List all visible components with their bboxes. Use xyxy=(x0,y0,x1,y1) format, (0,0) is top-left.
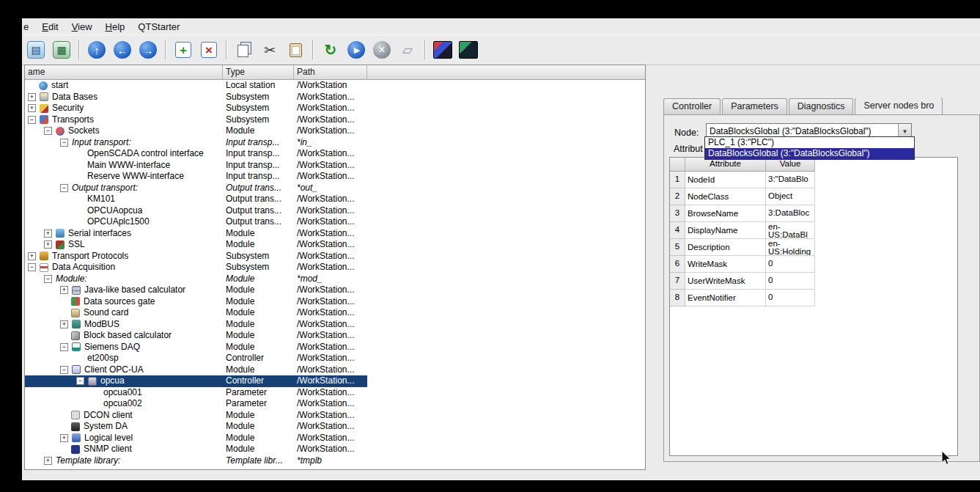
collapse-icon[interactable]: − xyxy=(60,343,68,351)
column-header-name[interactable]: ame xyxy=(25,65,223,80)
tree-row-serial-interfaces[interactable]: +Serial interfacesModule/WorkStation... xyxy=(25,228,645,240)
load-db-icon-button[interactable]: ▤ xyxy=(25,39,47,61)
qtstarter-screen-icon-button[interactable] xyxy=(457,39,479,61)
expand-icon[interactable]: + xyxy=(44,457,52,465)
tree-row-opcuaopcua[interactable]: OPCUAopcuaOutput trans.../WorkStation... xyxy=(25,205,645,217)
tree-row-security[interactable]: +SecuritySubsystem/WorkStation... xyxy=(25,103,645,114)
tree-row-km101[interactable]: KM101Output trans.../WorkStation... xyxy=(25,194,645,205)
tree-row-output-transport[interactable]: −Output transport:Output trans...*out_ xyxy=(25,183,645,194)
dropdown-item-datablocksglobal-3-datablocksglobal[interactable]: DataBlocksGlobal (3:"DataBlocksGlobal") xyxy=(705,148,914,159)
menu-item-view[interactable]: View xyxy=(65,20,99,34)
menu-item-e[interactable]: e xyxy=(22,20,35,34)
tree-row-et200sp[interactable]: et200spController/WorkStation... xyxy=(25,353,645,364)
tree-item-label: opcua xyxy=(100,375,125,387)
menu-item-edit[interactable]: Edit xyxy=(35,20,65,34)
up-icon-button[interactable]: ↑ xyxy=(86,39,108,61)
tree-row-opcua002[interactable]: opcua002Parameter/WorkStation... xyxy=(25,398,645,410)
tree-item-type: Subsystem xyxy=(223,92,294,103)
attr-table-row[interactable]: 2NodeClassObject xyxy=(670,188,957,205)
tree-item-type: Output trans... xyxy=(223,205,294,217)
expand-icon[interactable]: + xyxy=(60,434,68,442)
collapse-icon[interactable]: − xyxy=(60,366,68,374)
tree-item-type: Module xyxy=(223,307,294,319)
collapse-icon[interactable]: − xyxy=(28,263,36,271)
collapse-icon[interactable]: − xyxy=(28,116,36,124)
qtstarter-window-icon-button[interactable] xyxy=(432,39,454,61)
back-icon-button[interactable]: ← xyxy=(111,39,133,61)
refresh-icon-button[interactable]: ↻ xyxy=(320,39,342,61)
copy-icon-button[interactable] xyxy=(233,39,255,61)
app-window: eEditViewHelpQTStarter ▤▦↑←→+×✂↻▶×▱ ame … xyxy=(22,18,980,480)
tree-row-opcua[interactable]: −opcuaController/WorkStation... xyxy=(25,375,645,387)
tab-server-nodes-bro[interactable]: Server nodes bro xyxy=(855,98,943,114)
tree-row-transport-protocols[interactable]: +Transport ProtocolsSubsystem/WorkStatio… xyxy=(25,251,645,262)
tree-row-dcon-client[interactable]: DCON clientModule/WorkStation... xyxy=(25,410,645,422)
tree-row-template-library[interactable]: +Template library:Template libr...*tmplb xyxy=(25,455,645,467)
tree-row-logical-level[interactable]: +Logical levelModule/WorkStation... xyxy=(25,433,645,444)
menu-item-help[interactable]: Help xyxy=(99,20,132,34)
eraser-icon-button[interactable]: ▱ xyxy=(397,39,419,61)
attr-table-row[interactable]: 6WriteMask0 xyxy=(670,256,957,273)
tree-row-client-opc-ua[interactable]: −Client OPC-UAModule/WorkStation... xyxy=(25,364,645,376)
expand-icon[interactable]: + xyxy=(28,252,36,260)
tree-row-start[interactable]: startLocal station/WorkStation xyxy=(25,80,645,92)
tree-row-siemens-daq[interactable]: −Siemens DAQModule/WorkStation... xyxy=(25,342,645,353)
tree-row-java-like-based-calculator[interactable]: +Java-like based calculatorModule/WorkSt… xyxy=(25,284,645,296)
tab-diagnostics[interactable]: Diagnostics xyxy=(789,98,854,114)
column-header-type[interactable]: Type xyxy=(223,65,294,80)
expand-icon[interactable]: + xyxy=(28,104,36,112)
tree-row-main-www-interface[interactable]: Main WWW-interfaceInput transp.../WorkSt… xyxy=(25,160,645,172)
expand-icon[interactable]: + xyxy=(44,230,52,238)
attr-table-row[interactable]: 4DisplayNameen-US:DataBlo xyxy=(670,222,957,239)
tree-row-sound-card[interactable]: Sound cardModule/WorkStation... xyxy=(25,307,645,319)
tree-row-snmp-client[interactable]: SNMP clientModule/WorkStation... xyxy=(25,444,645,455)
expand-icon[interactable]: + xyxy=(28,93,36,101)
attr-table-row[interactable]: 3BrowseName3:DataBloc xyxy=(670,205,957,222)
tree-row-sockets[interactable]: −SocketsModule/WorkStation... xyxy=(25,125,645,137)
tab-parameters[interactable]: Parameters xyxy=(722,98,787,114)
tree-row-opcua001[interactable]: opcua001Parameter/WorkStation... xyxy=(25,387,645,399)
collapse-icon[interactable]: − xyxy=(76,377,84,385)
tree-row-reserve-www-interface[interactable]: Reserve WWW-interfaceInput transp.../Wor… xyxy=(25,171,645,183)
tree-row-data-acquisition[interactable]: −Data AcquisitionSubsystem/WorkStation..… xyxy=(25,262,645,273)
tree-row-transports[interactable]: −TransportsSubsystem/WorkStation... xyxy=(25,114,645,126)
expand-icon[interactable]: + xyxy=(44,241,52,249)
expand-icon[interactable]: + xyxy=(60,320,68,328)
tree-row-module[interactable]: −Module:Module*mod_ xyxy=(25,273,645,285)
column-header-path[interactable]: Path xyxy=(294,65,367,80)
tree-row-system-da[interactable]: System DAModule/WorkStation... xyxy=(25,421,645,433)
stop-item-icon-button[interactable]: × xyxy=(371,39,393,61)
cut-icon-button[interactable]: ✂ xyxy=(259,39,281,61)
collapse-icon[interactable]: − xyxy=(44,127,52,135)
save-db-icon-button[interactable]: ▦ xyxy=(51,39,73,61)
collapse-icon[interactable]: − xyxy=(60,139,68,147)
expand-icon[interactable]: + xyxy=(60,286,68,294)
attr-table-row[interactable]: 7UserWriteMask0 xyxy=(670,273,957,290)
attr-table-row[interactable]: 1NodeId3:"DataBlo xyxy=(670,172,957,188)
tree-row-block-based-calculator[interactable]: Block based calculatorModule/WorkStation… xyxy=(25,330,645,342)
systemda-icon xyxy=(71,422,80,431)
tree-row-opcuaplc1500[interactable]: OPCUAplc1500Output trans.../WorkStation.… xyxy=(25,216,645,228)
collapse-icon[interactable]: − xyxy=(44,275,52,283)
tree-row-ssl[interactable]: +SSLModule/WorkStation... xyxy=(25,239,645,251)
start-item-icon-button[interactable]: ▶ xyxy=(345,39,367,61)
collapse-icon[interactable]: − xyxy=(60,184,68,192)
remove-item-icon-button[interactable]: × xyxy=(198,39,220,61)
sockets-icon xyxy=(56,127,65,136)
tree-row-modbus[interactable]: +ModBUSModule/WorkStation... xyxy=(25,319,645,331)
add-item-icon-button[interactable]: + xyxy=(172,39,194,61)
tree-row-input-transport[interactable]: −Input transport:Input transp...*in_ xyxy=(25,137,645,149)
forward-icon-button[interactable]: → xyxy=(137,39,159,61)
tree-row-openscada-control-interface[interactable]: OpenSCADA control interfaceInput transp.… xyxy=(25,148,645,160)
tree-item-path: /WorkStation... xyxy=(294,228,367,240)
dropdown-item-plc-1-3-plc[interactable]: PLC_1 (3:"PLC") xyxy=(705,137,914,148)
cut-icon: ✂ xyxy=(264,43,276,57)
menu-item-qtstarter[interactable]: QTStarter xyxy=(131,20,186,34)
attr-table-row[interactable]: 8EventNotifier0 xyxy=(670,290,957,306)
tree-row-data-sources-gate[interactable]: Data sources gateModule/WorkStation... xyxy=(25,296,645,308)
tab-controller[interactable]: Controller xyxy=(663,98,721,114)
tree-row-data-bases[interactable]: +Data BasesSubsystem/WorkStation... xyxy=(25,92,645,103)
attr-table-row[interactable]: 5Descriptionen-US:Holding xyxy=(670,239,957,256)
paste-icon-button[interactable] xyxy=(284,39,306,61)
tree-item-label: Java-like based calculator xyxy=(84,284,185,296)
